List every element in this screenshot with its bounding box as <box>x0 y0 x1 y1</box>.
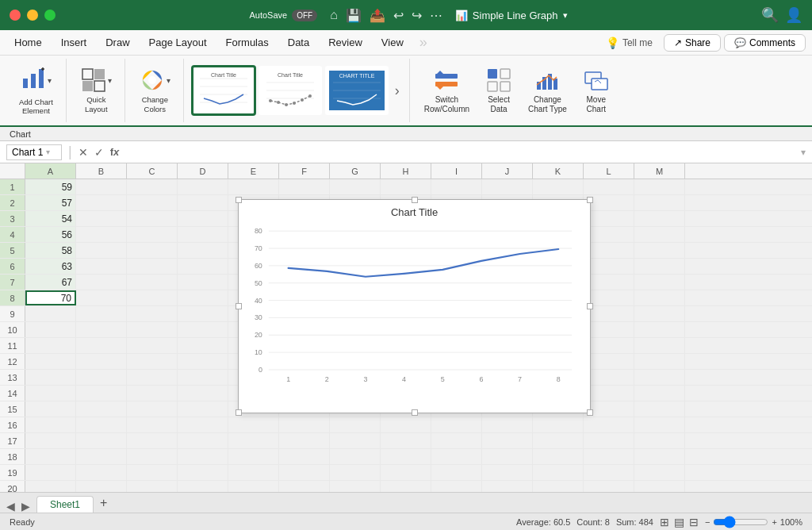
col-header-A[interactable]: A <box>25 163 76 179</box>
cell-D3[interactable] <box>178 211 228 226</box>
cell-M4[interactable] <box>634 227 685 242</box>
col-header-M[interactable]: M <box>634 163 685 179</box>
chart-resize-w[interactable] <box>236 303 242 309</box>
chart-container[interactable]: Chart Title 0 10 20 30 40 50 60 70 80 <box>238 199 591 413</box>
col-header-K[interactable]: K <box>533 163 584 179</box>
tell-me-label[interactable]: Tell me <box>622 37 653 48</box>
page-break-view-icon[interactable]: ⊟ <box>689 516 699 528</box>
cell-D1[interactable] <box>178 179 228 194</box>
minimize-button[interactable] <box>27 10 38 21</box>
cell-C6[interactable] <box>127 259 178 274</box>
cell-A1[interactable]: 59 <box>25 179 76 194</box>
home-icon[interactable]: ⌂ <box>330 8 338 22</box>
chart-resize-e[interactable] <box>587 303 593 309</box>
cell-H1[interactable] <box>381 179 431 194</box>
add-sheet-button[interactable]: + <box>94 494 113 513</box>
window-controls[interactable] <box>10 10 56 21</box>
menu-draw[interactable]: Draw <box>98 33 137 52</box>
zoom-slider[interactable] <box>713 516 768 528</box>
cell-D2[interactable] <box>178 195 228 210</box>
cell-A3[interactable]: 54 <box>25 211 76 226</box>
cell-C2[interactable] <box>127 195 178 210</box>
chart-style-1[interactable]: Chart Title <box>192 66 255 115</box>
cell-L5[interactable] <box>584 243 634 258</box>
chart-resize-n[interactable] <box>412 197 418 203</box>
cell-D5[interactable] <box>178 243 228 258</box>
col-header-D[interactable]: D <box>178 163 228 179</box>
share-doc-icon[interactable]: 📤 <box>370 8 385 23</box>
close-button[interactable] <box>10 10 21 21</box>
cell-C4[interactable] <box>127 227 178 242</box>
cell-M1[interactable] <box>634 179 685 194</box>
tab-nav-right[interactable]: ▶ <box>21 500 30 513</box>
col-header-G[interactable]: G <box>330 163 381 179</box>
cell-A7[interactable]: 67 <box>25 275 76 290</box>
col-header-H[interactable]: H <box>381 163 431 179</box>
cell-B7[interactable] <box>76 275 127 290</box>
cell-B4[interactable] <box>76 227 127 242</box>
cell-L4[interactable] <box>584 227 634 242</box>
cell-B6[interactable] <box>76 259 127 274</box>
col-header-E[interactable]: E <box>228 163 279 179</box>
cell-B1[interactable] <box>76 179 127 194</box>
menu-formulas[interactable]: Formulas <box>218 33 277 52</box>
cell-M8[interactable] <box>634 290 685 305</box>
share-button[interactable]: ↗ Share <box>664 34 721 52</box>
cell-A9[interactable] <box>25 306 76 321</box>
cancel-formula-icon[interactable]: ✕ <box>79 146 88 159</box>
cell-C1[interactable] <box>127 179 178 194</box>
menu-page-layout[interactable]: Page Layout <box>141 33 215 52</box>
chart-resize-nw[interactable] <box>236 197 242 203</box>
cell-D7[interactable] <box>178 275 228 290</box>
menu-insert[interactable]: Insert <box>53 33 95 52</box>
maximize-button[interactable] <box>44 10 56 21</box>
switch-row-column-button[interactable]: SwitchRow/Column <box>418 64 476 117</box>
name-box-arrow[interactable]: ▾ <box>46 148 50 156</box>
cell-B8[interactable] <box>76 290 127 305</box>
cell-L1[interactable] <box>584 179 634 194</box>
confirm-formula-icon[interactable]: ✓ <box>94 146 104 159</box>
chart-resize-s[interactable] <box>412 409 418 416</box>
cell-A8[interactable]: 70 <box>25 290 76 305</box>
col-header-L[interactable]: L <box>584 163 634 179</box>
autosave-toggle[interactable]: OFF <box>292 10 317 21</box>
cell-M3[interactable] <box>634 211 685 226</box>
page-layout-view-icon[interactable]: ▤ <box>674 516 684 528</box>
col-header-B[interactable]: B <box>76 163 127 179</box>
cell-L7[interactable] <box>584 275 634 290</box>
col-header-J[interactable]: J <box>482 163 533 179</box>
name-box[interactable]: Chart 1 ▾ <box>6 144 62 160</box>
user-icon[interactable]: 👤 <box>785 6 802 24</box>
title-chevron[interactable]: ▾ <box>563 10 568 21</box>
cell-A5[interactable]: 58 <box>25 243 76 258</box>
zoom-in-icon[interactable]: + <box>772 517 776 527</box>
undo-icon[interactable]: ↩ <box>393 8 404 23</box>
sheet-tab-sheet1[interactable]: Sheet1 <box>36 496 94 513</box>
cell-D4[interactable] <box>178 227 228 242</box>
cell-F1[interactable] <box>279 179 330 194</box>
more-icon[interactable]: ⋯ <box>430 8 442 23</box>
col-header-F[interactable]: F <box>279 163 330 179</box>
cell-M6[interactable] <box>634 259 685 274</box>
cell-C8[interactable] <box>127 290 178 305</box>
cell-C7[interactable] <box>127 275 178 290</box>
tell-me[interactable]: 💡 Tell me <box>598 34 661 52</box>
cell-L6[interactable] <box>584 259 634 274</box>
chart-resize-se[interactable] <box>587 409 593 416</box>
redo-icon[interactable]: ↪ <box>412 8 422 23</box>
chart-resize-ne[interactable] <box>587 197 593 203</box>
cell-M2[interactable] <box>634 195 685 210</box>
menu-review[interactable]: Review <box>320 33 370 52</box>
cell-B3[interactable] <box>76 211 127 226</box>
function-icon[interactable]: fx <box>110 146 120 158</box>
change-chart-type-button[interactable]: ChangeChart Type <box>522 64 573 117</box>
cell-M5[interactable] <box>634 243 685 258</box>
menu-data[interactable]: Data <box>280 33 317 52</box>
cell-D6[interactable] <box>178 259 228 274</box>
menu-home[interactable]: Home <box>6 33 50 52</box>
formula-input[interactable] <box>125 147 795 158</box>
comments-button[interactable]: 💬 Comments <box>724 34 806 52</box>
cell-J1[interactable] <box>482 179 533 194</box>
cell-G1[interactable] <box>330 179 381 194</box>
normal-view-icon[interactable]: ⊞ <box>660 516 669 528</box>
